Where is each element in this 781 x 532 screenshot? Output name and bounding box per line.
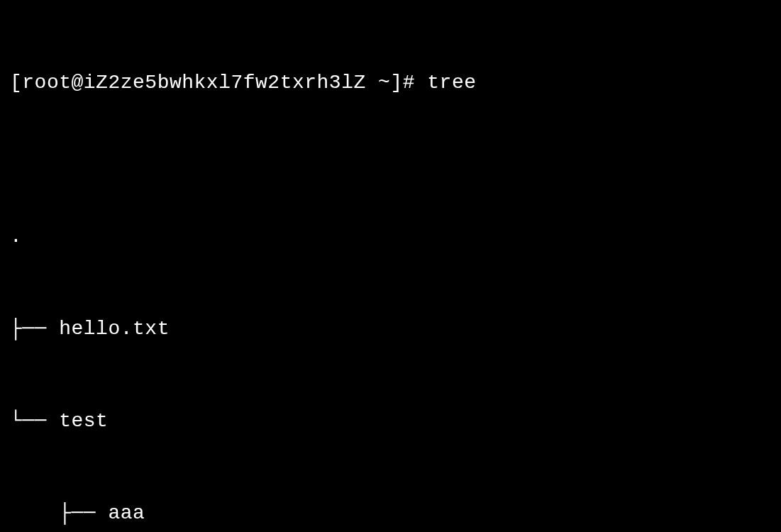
tree-line: ├── hello.txt xyxy=(10,314,771,344)
tree-line: ├── aaa xyxy=(10,498,771,528)
tree-line: └── test xyxy=(10,406,771,436)
tree-output: . ├── hello.txt └── test ├── aaa │ ├── 1… xyxy=(10,160,771,532)
shell-command: tree xyxy=(427,67,476,98)
terminal-window[interactable]: [root@iZ2ze5bwhkxl7fw2txrh3lZ ~]# tree .… xyxy=(10,6,771,532)
prompt-line: [root@iZ2ze5bwhkxl7fw2txrh3lZ ~]# tree xyxy=(10,67,771,98)
tree-line: . xyxy=(10,221,771,252)
shell-prompt: [root@iZ2ze5bwhkxl7fw2txrh3lZ ~]# xyxy=(10,67,427,98)
